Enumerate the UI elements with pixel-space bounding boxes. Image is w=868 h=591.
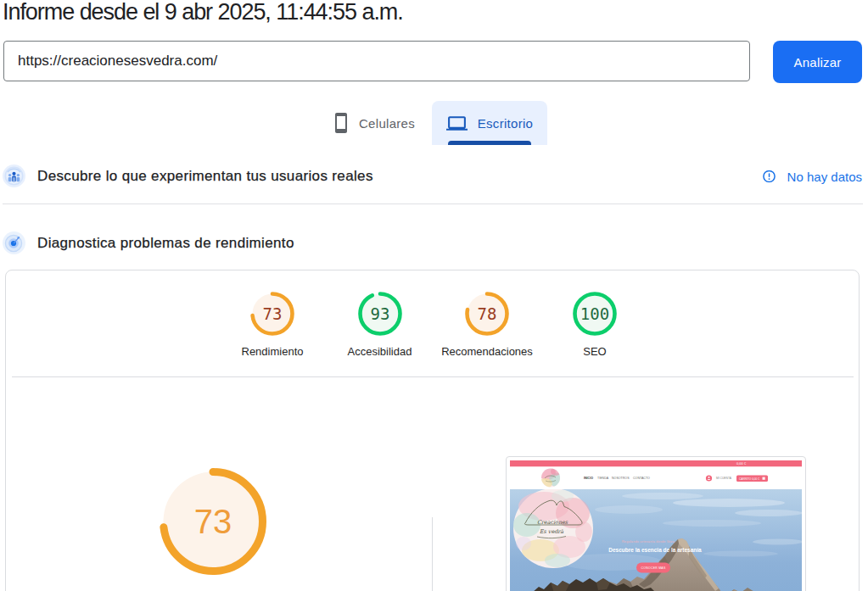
nav-contacto[interactable]: CONTACTO (633, 477, 650, 480)
svg-text:100: 100 (580, 304, 609, 323)
diagnose-target-icon (3, 231, 25, 254)
tab-desktop-label: Escritorio (478, 116, 534, 131)
score-gauge-recomendaciones[interactable]: 78 Recomendaciones (432, 292, 542, 358)
diagnose-section-title: Diagnostica problemas de rendimiento (37, 235, 294, 252)
gauge-label: Recomendaciones (432, 345, 542, 358)
real-users-icon (3, 164, 25, 187)
nav-nosotros[interactable]: NOSOTROS (612, 477, 630, 480)
main-gauge-ring: 73 (158, 466, 268, 577)
cart-button-label: CARRITO 0,00 € (739, 477, 759, 481)
svg-text:78: 78 (478, 304, 497, 323)
account-label[interactable]: MI CUENTA (716, 477, 732, 480)
svg-text:73: 73 (263, 304, 283, 323)
no-data-status: No hay datos (763, 170, 862, 184)
svg-text:93: 93 (370, 304, 389, 323)
selected-tab-indicator (448, 141, 531, 145)
diagnose-section-header: Diagnostica problemas de rendimiento (0, 220, 868, 267)
pagespeed-report-page: Informe desde el 9 abr 2025, 11:44:55 a.… (0, 0, 868, 591)
tab-mobile-label: Celulares (359, 116, 415, 131)
score-gauge-accesibilidad[interactable]: 93 Accesibilidad (325, 292, 435, 358)
smartphone-icon (333, 113, 349, 133)
gauge-ring: 78 (465, 292, 509, 336)
analyze-button[interactable]: Analizar (773, 41, 862, 83)
hero-cta-button[interactable]: CONOCER MÁS (636, 563, 670, 573)
performance-main-gauge: 73 (158, 466, 277, 585)
page-title: Informe desde el 9 abr 2025, 11:44:55 a.… (3, 0, 403, 25)
performance-card: 73 Rendimiento 93 Accesibilidad 78 Recom… (5, 270, 860, 591)
desktop-icon (446, 114, 468, 132)
gauge-ring: 100 (573, 292, 617, 336)
brand-text-1: Creaciones (537, 519, 568, 526)
info-icon[interactable] (763, 170, 776, 183)
nav-tienda[interactable]: TIENDA (597, 477, 609, 480)
score-gauge-seo[interactable]: 100 SEO (540, 292, 650, 358)
field-data-section-title: Descubre lo que experimentan tus usuario… (37, 168, 373, 185)
site-topbar (510, 460, 802, 467)
hero-title: Descubre la esencia de la artesanía (608, 547, 702, 553)
cart-button[interactable]: CARRITO 0,00 € (736, 476, 768, 482)
hero-tagline: Regalando artesanía desde Ibiza (622, 540, 675, 544)
device-tabs: Celulares Escritorio (316, 101, 547, 145)
column-divider (432, 517, 433, 591)
field-data-section-header: Descubre lo que experimentan tus usuario… (0, 153, 868, 200)
tab-mobile[interactable]: Celulares (316, 101, 432, 145)
card-divider (12, 376, 854, 377)
gauge-ring: 93 (358, 292, 402, 336)
watercolor-logo-circle: Creaciones Es vedrà (513, 488, 593, 568)
nav-inicio[interactable]: INICIO (584, 477, 593, 480)
gauge-label: Accesibilidad (325, 345, 435, 358)
tab-desktop[interactable]: Escritorio (432, 101, 547, 145)
brand-text-2: Es vedrà (540, 528, 564, 535)
svg-text:73: 73 (194, 503, 232, 540)
hero-image: Creaciones Es vedrà (510, 488, 802, 591)
score-gauge-rendimiento[interactable]: 73 Rendimiento (217, 292, 328, 358)
gauge-ring: 73 (250, 292, 294, 336)
url-input[interactable] (3, 41, 750, 81)
site-header: 0,00 € INICIO (510, 460, 802, 489)
no-data-label: No hay datos (787, 170, 862, 184)
site-screenshot: Creaciones Es vedrà (510, 460, 802, 591)
topbar-text: 0,00 € (736, 461, 747, 466)
gauge-label: SEO (540, 345, 650, 358)
hero-cta-label: CONOCER MÁS (641, 566, 666, 570)
final-screenshot-thumbnail: Creaciones Es vedrà (506, 456, 806, 591)
section-divider (3, 204, 863, 204)
gauge-label: Rendimiento (217, 345, 328, 358)
